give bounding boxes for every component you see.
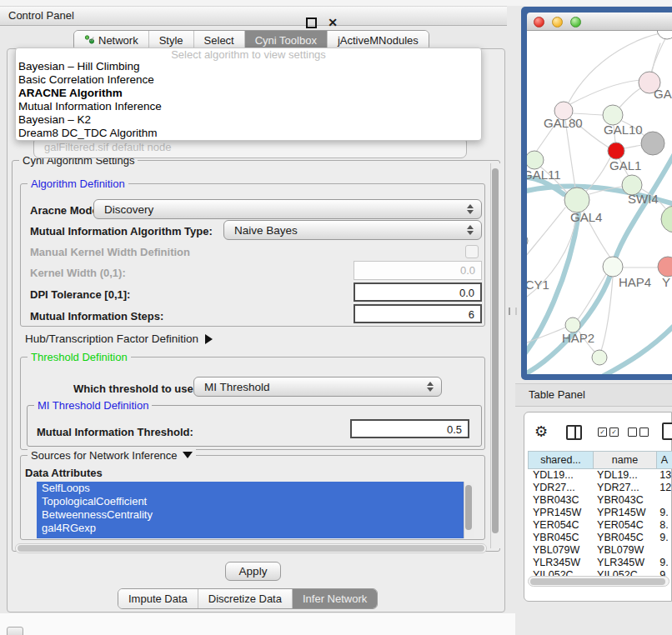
network-node-gal11[interactable] (527, 151, 544, 169)
table-row[interactable]: YBL079WYBL079W (528, 544, 671, 557)
mini-corner-button[interactable] (7, 627, 23, 635)
network-node[interactable] (592, 350, 607, 365)
attribute-item[interactable]: SelfLoops (37, 482, 464, 495)
partial-toolbar-icon[interactable] (662, 422, 672, 440)
combo-arrows-icon (467, 225, 474, 235)
tab-label: Discretize Data (208, 589, 282, 608)
table-cell: YBR043C (592, 494, 654, 507)
close-icon[interactable]: ✕ (328, 13, 338, 32)
float-window-icon[interactable] (306, 18, 317, 28)
algorithm-option[interactable]: Mutual Information Inference (16, 100, 481, 113)
table-panel-title: Table Panel (529, 388, 585, 401)
unchecked-boxes-icon[interactable] (628, 428, 649, 437)
mi-threshold-field[interactable]: 0.5 (350, 419, 469, 438)
tab-impute-data[interactable]: Impute Data (118, 589, 198, 608)
table-row[interactable]: YDR27...YDR27...12 (528, 482, 671, 494)
table-cell: YLR345W (528, 557, 592, 569)
network-node-y[interactable] (658, 257, 672, 277)
attribute-item[interactable]: BetweennessCentrality (37, 508, 464, 522)
table-header[interactable]: shared...nameA (528, 451, 672, 469)
sources-group-title[interactable]: Sources for Network Inference (28, 449, 196, 462)
settings-vscrollbar[interactable] (490, 163, 500, 548)
checked-boxes-icon[interactable]: ✓✓ (598, 428, 619, 437)
hub-definition-toggle[interactable]: Hub/Transcription Factor Definition (25, 332, 213, 345)
table-row[interactable]: YER054CYER054C8. (528, 519, 671, 532)
network-node-gal4[interactable] (564, 188, 589, 212)
kernel-width-field[interactable]: 0.0 (354, 261, 482, 280)
mi-type-combo[interactable]: Naive Bayes (223, 220, 482, 240)
table-panel-titlebar: Table Panel (515, 383, 672, 407)
network-canvas[interactable]: GALGAL80GAL10GAL1GAL11SWI4GAL4GCY1HAP4YH… (527, 31, 672, 374)
network-window-titlebar[interactable] (527, 12, 672, 31)
mi-steps-field[interactable]: 6 (354, 304, 482, 323)
manual-kernel-checkbox[interactable] (465, 245, 479, 258)
aracne-mode-value: Discovery (104, 203, 153, 216)
network-node[interactable] (657, 31, 672, 39)
minimize-traffic-light-icon[interactable] (552, 17, 563, 28)
apply-button[interactable]: Apply (225, 562, 281, 581)
table-cell: 9. (654, 557, 671, 569)
mi-steps-label: Mutual Information Steps: (30, 310, 163, 322)
table-row[interactable]: YDL19...YDL19...13 (528, 469, 671, 482)
dpi-tolerance-field[interactable]: 0.0 (354, 282, 482, 302)
gear-icon[interactable]: ⚙ (534, 424, 548, 439)
network-node-gal1[interactable] (608, 142, 624, 159)
combo-arrows-icon (467, 204, 474, 214)
network-graph[interactable]: GALGAL80GAL10GAL1GAL11SWI4GAL4GCY1HAP4YH… (527, 31, 672, 374)
column-header[interactable]: A (656, 451, 672, 469)
algorithm-dropdown: Select algorithm to view settings Bayesi… (15, 48, 482, 141)
node-label: GAL (654, 87, 672, 101)
table-hscrollbar[interactable] (528, 576, 669, 587)
network-node[interactable] (641, 132, 664, 155)
node-label: GAL11 (527, 168, 561, 182)
mi-type-label: Mutual Information Algorithm Type: (30, 225, 213, 238)
table-row[interactable]: YLR345WYLR345W9. (528, 557, 671, 569)
zoom-traffic-light-icon[interactable] (570, 17, 581, 28)
table-row[interactable]: YBR043CYBR043C (528, 494, 671, 507)
table-cell: YBR045C (592, 532, 654, 544)
table-cell: YDR27... (592, 482, 654, 494)
table-row[interactable]: YPR145WYPR145W9. (528, 507, 671, 519)
algorithm-option[interactable]: Bayesian – K2 (16, 113, 481, 127)
node-label: HAP2 (562, 331, 594, 345)
column-header[interactable]: shared... (528, 451, 593, 469)
which-threshold-label: Which threshold to use: (73, 382, 197, 395)
network-edge (619, 88, 642, 108)
network-node[interactable] (661, 206, 672, 232)
attribute-item[interactable]: TopologicalCoefficient (37, 495, 464, 508)
table-cell: YDL19... (528, 469, 592, 482)
table-cell: 13 (654, 469, 671, 482)
table-cell (654, 544, 671, 557)
tab-infer-network[interactable]: Infer Network (293, 589, 377, 608)
algorithm-option[interactable]: ARACNE Algorithm (16, 87, 481, 100)
algorithm-option[interactable]: Basic Correlation Inference (16, 73, 481, 87)
table-cell: YPR145W (528, 507, 592, 519)
mi-type-value: Naive Bayes (234, 224, 298, 237)
table-cell: YBR043C (528, 494, 592, 507)
chevron-down-icon (183, 452, 193, 458)
table-row[interactable]: YBR045CYBR045C9. (528, 532, 671, 544)
table-cell: YER054C (528, 519, 592, 532)
tab-discretize-data[interactable]: Discretize Data (198, 589, 293, 608)
control-panel-titlebar: Control Panel ✕ (0, 6, 507, 26)
split-columns-icon[interactable] (566, 425, 582, 440)
close-traffic-light-icon[interactable] (534, 17, 544, 28)
attribute-item[interactable]: gal4RGexp (37, 522, 464, 535)
table-body[interactable]: YDL19...YDL19...13YDR27...YDR27...12YBR0… (528, 469, 671, 582)
column-header[interactable]: name (593, 451, 656, 469)
network-node-hap4[interactable] (603, 257, 623, 277)
algorithm-option[interactable]: Dream8 DC_TDC Algorithm (16, 127, 481, 140)
network-node[interactable] (527, 233, 528, 248)
chevron-right-icon (205, 334, 213, 344)
aracne-mode-combo[interactable]: Discovery (93, 199, 482, 219)
threshold-definition-title: Threshold Definition (28, 351, 131, 363)
top-strip (0, 0, 672, 6)
which-threshold-combo[interactable]: MI Threshold (193, 377, 442, 397)
table-cell: 9. (654, 507, 671, 519)
data-attributes-list[interactable]: SelfLoopsTopologicalCoefficientBetweenne… (37, 482, 464, 538)
table-cell: YDL19... (592, 469, 654, 482)
divider-grip[interactable] (509, 308, 517, 315)
algorithm-option[interactable]: Bayesian – Hill Climbing (16, 60, 481, 73)
attributes-vscrollbar[interactable] (464, 482, 474, 538)
settings-hscrollbar[interactable] (15, 543, 487, 553)
